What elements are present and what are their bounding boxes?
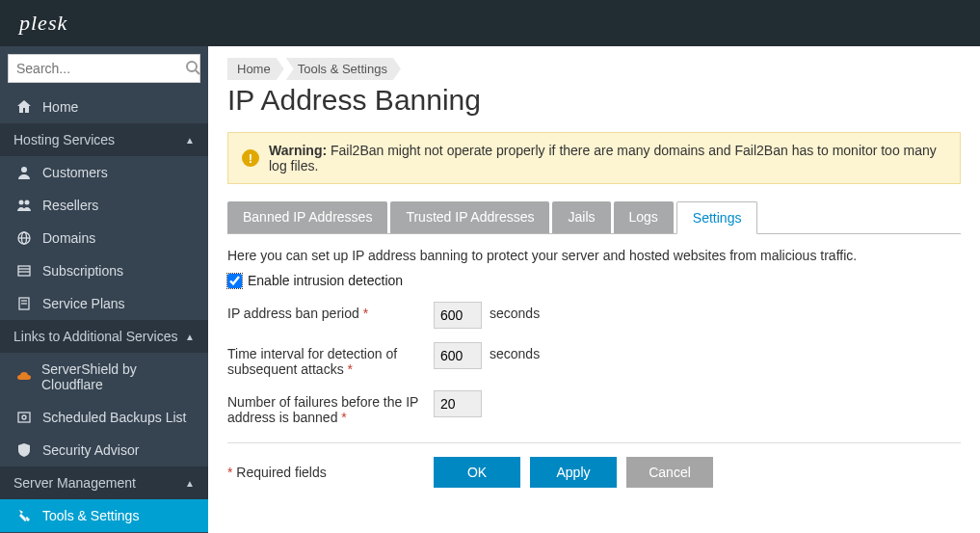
svg-point-3: [19, 200, 24, 205]
svg-line-1: [196, 70, 199, 74]
sidebar-item-label: ServerShield by Cloudflare: [41, 361, 195, 392]
sidebar-item-label: Security Advisor: [42, 442, 139, 458]
input-failures[interactable]: [434, 390, 482, 417]
backup-icon: [13, 410, 35, 425]
sidebar-item-label: Home: [42, 99, 78, 115]
main-content: Home Tools & Settings IP Address Banning…: [208, 46, 980, 533]
svg-rect-8: [18, 266, 30, 276]
sidebar-item-label: Scheduled Backups List: [42, 410, 186, 425]
sidebar-section-links[interactable]: Links to Additional Services ▲: [0, 320, 208, 353]
enable-intrusion-checkbox[interactable]: [227, 274, 242, 288]
unit-failures: [482, 390, 961, 394]
sidebar-item-backups[interactable]: Scheduled Backups List: [0, 401, 208, 434]
sidebar-item-customers[interactable]: Customers: [0, 156, 208, 189]
sidebar-item-label: Resellers: [42, 198, 98, 213]
enable-intrusion-label: Enable intrusion detection: [248, 273, 403, 288]
tab-logs[interactable]: Logs: [614, 201, 674, 233]
sidebar-item-subscriptions[interactable]: Subscriptions: [0, 254, 208, 287]
sidebar-item-domains[interactable]: Domains: [0, 222, 208, 254]
cloudflare-icon: [13, 369, 34, 385]
globe-icon: [13, 230, 35, 246]
input-interval[interactable]: [434, 342, 482, 369]
breadcrumb-item[interactable]: Home: [227, 58, 284, 80]
svg-point-0: [187, 62, 197, 71]
sidebar-item-tools-settings[interactable]: Tools & Settings: [0, 499, 208, 532]
sidebar-section-label: Hosting Services: [13, 132, 115, 147]
sidebar-section-hosting[interactable]: Hosting Services ▲: [0, 123, 208, 156]
page-title: IP Address Banning: [227, 84, 961, 117]
chevron-up-icon: ▲: [185, 478, 195, 489]
sidebar-item-label: Tools & Settings: [42, 508, 139, 523]
tools-icon: [13, 508, 35, 523]
ok-button[interactable]: OK: [434, 457, 520, 488]
warning-banner: ! Warning: Fail2Ban might not operate pr…: [227, 132, 961, 184]
logo: plesk: [19, 11, 67, 36]
sidebar-item-security[interactable]: Security Advisor: [0, 434, 208, 466]
sidebar-item-label: Domains: [42, 230, 95, 246]
svg-point-2: [21, 167, 27, 173]
home-icon: [13, 99, 35, 115]
sidebar-section-label: Links to Additional Services: [13, 329, 177, 344]
apply-button[interactable]: Apply: [530, 457, 617, 488]
warning-icon: !: [242, 149, 259, 167]
sidebar-item-plans[interactable]: Service Plans: [0, 287, 208, 320]
top-bar: plesk: [0, 0, 980, 46]
required-fields-note: * Required fields: [227, 465, 434, 480]
unit-interval: seconds: [482, 342, 961, 361]
sidebar-section-label: Server Management: [13, 475, 136, 491]
svg-rect-14: [18, 413, 30, 422]
sidebar-item-resellers[interactable]: Resellers: [0, 189, 208, 222]
chevron-up-icon: ▲: [185, 135, 195, 146]
tab-trusted-ips[interactable]: Trusted IP Addresses: [390, 201, 549, 233]
label-failures: Number of failures before the IP address…: [227, 390, 434, 425]
sidebar-item-label: Subscriptions: [42, 263, 123, 279]
sidebar-item-label: Service Plans: [42, 296, 125, 311]
label-ban-period: IP address ban period *: [227, 302, 434, 321]
customer-icon: [13, 165, 35, 180]
tab-description: Here you can set up IP address banning t…: [227, 248, 961, 263]
input-ban-period[interactable]: [434, 302, 482, 329]
reseller-icon: [13, 198, 35, 213]
tabs: Banned IP Addresses Trusted IP Addresses…: [227, 201, 961, 234]
sidebar-item-cloudflare[interactable]: ServerShield by Cloudflare: [0, 353, 208, 401]
chevron-up-icon: ▲: [185, 332, 195, 342]
sidebar-item-home[interactable]: Home: [0, 91, 208, 123]
sidebar-section-server[interactable]: Server Management ▲: [0, 466, 208, 499]
svg-point-15: [22, 415, 26, 419]
search-icon[interactable]: [185, 60, 200, 78]
tab-settings[interactable]: Settings: [676, 201, 758, 234]
unit-ban-period: seconds: [482, 302, 961, 321]
label-interval: Time interval for detection of subsequen…: [227, 342, 434, 377]
tab-jails[interactable]: Jails: [552, 201, 610, 233]
subscription-icon: [13, 263, 35, 279]
sidebar-item-label: Customers: [42, 165, 108, 180]
search-input-wrap[interactable]: [8, 54, 200, 83]
breadcrumb-item[interactable]: Tools & Settings: [286, 58, 401, 80]
search-input[interactable]: [16, 61, 185, 76]
cancel-button[interactable]: Cancel: [626, 457, 713, 488]
plan-icon: [13, 296, 35, 311]
svg-point-4: [25, 200, 30, 205]
breadcrumb: Home Tools & Settings: [227, 58, 961, 80]
sidebar: Home Hosting Services ▲ Customers Resell…: [0, 46, 208, 533]
tab-banned-ips[interactable]: Banned IP Addresses: [227, 201, 387, 233]
warning-text: Warning: Fail2Ban might not operate prop…: [269, 143, 946, 173]
shield-icon: [13, 442, 35, 458]
